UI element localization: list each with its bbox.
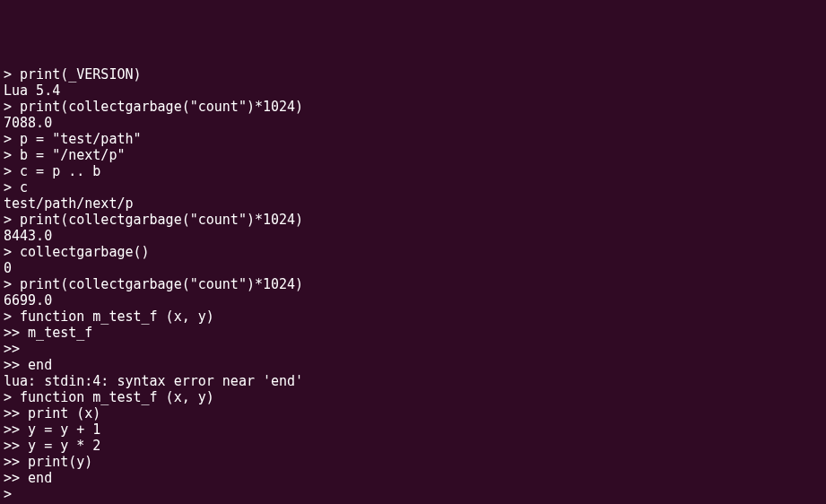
terminal-line: > function m_test_f (x, y) bbox=[4, 389, 822, 405]
terminal-line: > print(_VERSION) bbox=[4, 66, 822, 83]
terminal-output[interactable]: > print(_VERSION)Lua 5.4> print(collectg… bbox=[4, 66, 822, 504]
terminal-line: >> end bbox=[4, 357, 822, 373]
terminal-line: lua: stdin:4: syntax error near 'end' bbox=[4, 373, 822, 389]
terminal-line: > c = p .. b bbox=[4, 163, 822, 179]
terminal-line: > c bbox=[4, 179, 822, 196]
terminal-line: >> m_test_f bbox=[4, 325, 822, 341]
terminal-line: > print(collectgarbage("count")*1024) bbox=[4, 276, 822, 292]
terminal-line: > print(collectgarbage("count")*1024) bbox=[4, 99, 822, 115]
terminal-line: >> end bbox=[4, 470, 822, 486]
terminal-line: Lua 5.4 bbox=[4, 83, 822, 99]
terminal-line: >> y = y * 2 bbox=[4, 438, 822, 454]
terminal-line: > bbox=[4, 486, 822, 502]
terminal-line: > print(collectgarbage("count")*1024) bbox=[4, 212, 822, 228]
terminal-line: > b = "/next/p" bbox=[4, 147, 822, 163]
terminal-line: > function m_test_f (x, y) bbox=[4, 308, 822, 325]
terminal-line: > collectgarbage() bbox=[4, 244, 822, 260]
terminal-line: >> y = y + 1 bbox=[4, 421, 822, 438]
terminal-line: >> print(y) bbox=[4, 454, 822, 470]
terminal-line: test/path/next/p bbox=[4, 196, 822, 212]
terminal-line: 0 bbox=[4, 260, 822, 276]
terminal-line: > p = "test/path" bbox=[4, 131, 822, 147]
terminal-line: 7088.0 bbox=[4, 115, 822, 131]
terminal-line: >> bbox=[4, 341, 822, 357]
terminal-line: >> print (x) bbox=[4, 405, 822, 421]
terminal-line: 8443.0 bbox=[4, 228, 822, 244]
terminal-line: 6699.0 bbox=[4, 292, 822, 308]
